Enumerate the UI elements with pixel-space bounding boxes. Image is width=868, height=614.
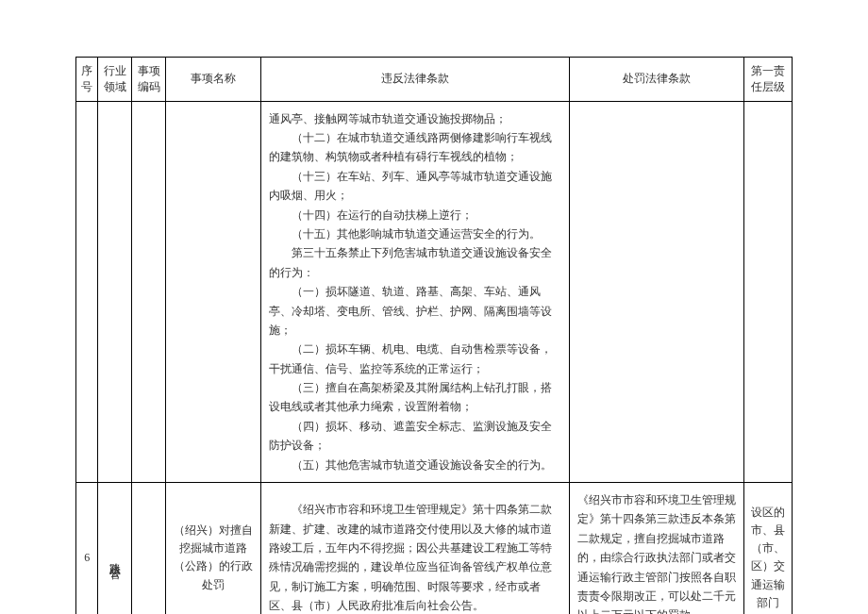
table-header-row: 序号 行业领域 事项编码 事项名称 违反法律条款 处罚法律条款 第一责任层级 — [76, 58, 793, 102]
violation-line: （十二）在城市轨道交通线路两侧修建影响行车视线的建筑物、构筑物或者种植有碍行车视… — [269, 128, 562, 167]
cell-code — [132, 483, 166, 614]
header-code: 事项编码 — [132, 58, 166, 102]
penalty-text: 《绍兴市市容和环境卫生管理规定》第十四条第三款违反本条第二款规定，擅自挖掘城市道… — [577, 490, 736, 614]
violation-line: （五）其他危害城市轨道交通设施设备安全的行为。 — [269, 456, 562, 474]
violation-line: （四）损坏、移动、遮盖安全标志、监测设施及安全防护设备； — [269, 417, 562, 456]
violation-line: 通风亭、接触网等城市轨道交通设施投掷物品； — [269, 109, 562, 128]
cell-responsibility — [744, 101, 793, 482]
header-name: 事项名称 — [166, 58, 260, 102]
violation-line: （十三）在车站、列车、通风亭等城市轨道交通设施内吸烟、用火； — [269, 167, 562, 206]
violation-line: （二）损坏车辆、机电、电缆、自动售检票等设备，干扰通信、信号、监控等系统的正常运… — [269, 340, 562, 378]
violation-line: 第三十五条禁止下列危害城市轨道交通设施设备安全的行为： — [269, 243, 562, 282]
cell-violation: 《绍兴市市容和环境卫生管理规定》第十四条第二款新建、扩建、改建的城市道路交付使用… — [260, 483, 570, 614]
cell-name — [166, 101, 260, 482]
cell-name: （绍兴）对擅自挖掘城市道路（公路）的行政处罚 — [166, 483, 260, 614]
cell-violation: 通风亭、接触网等城市轨道交通设施投掷物品； （十二）在城市轨道交通线路两侧修建影… — [260, 101, 570, 482]
cell-domain — [98, 101, 132, 482]
cell-code — [132, 101, 166, 482]
domain-text: 路政公管 — [106, 554, 124, 561]
regulation-table: 序号 行业领域 事项编码 事项名称 违反法律条款 处罚法律条款 第一责任层级 通… — [75, 57, 793, 614]
cell-penalty — [570, 101, 744, 482]
cell-responsibility: 设区的市、县（市、区）交通运输部门 — [744, 483, 793, 614]
header-penalty: 处罚法律条款 — [570, 58, 744, 102]
table-row: 6 路政公管 （绍兴）对擅自挖掘城市道路（公路）的行政处罚 《绍兴市市容和环境卫… — [76, 483, 793, 614]
header-domain: 行业领域 — [98, 58, 132, 102]
violation-line: （十四）在运行的自动扶梯上逆行； — [269, 206, 562, 224]
cell-domain: 路政公管 — [98, 483, 132, 614]
cell-seq: 6 — [76, 483, 98, 614]
violation-line: （十五）其他影响城市轨道交通运营安全的行为。 — [269, 224, 562, 243]
header-responsibility: 第一责任层级 — [744, 58, 793, 102]
header-violation: 违反法律条款 — [260, 58, 570, 102]
violation-line: （一）损坏隧道、轨道、路基、高架、车站、通风亭、冷却塔、变电所、管线、护栏、护网… — [269, 282, 562, 340]
cell-seq — [76, 101, 98, 482]
cell-penalty: 《绍兴市市容和环境卫生管理规定》第十四条第三款违反本条第二款规定，擅自挖掘城市道… — [570, 483, 744, 614]
violation-text: 《绍兴市市容和环境卫生管理规定》第十四条第二款新建、扩建、改建的城市道路交付使用… — [269, 500, 562, 614]
table-row: 通风亭、接触网等城市轨道交通设施投掷物品； （十二）在城市轨道交通线路两侧修建影… — [76, 101, 793, 482]
header-seq: 序号 — [76, 58, 98, 102]
violation-line: （三）擅自在高架桥梁及其附属结构上钻孔打眼，搭设电线或者其他承力绳索，设置附着物… — [269, 378, 562, 417]
